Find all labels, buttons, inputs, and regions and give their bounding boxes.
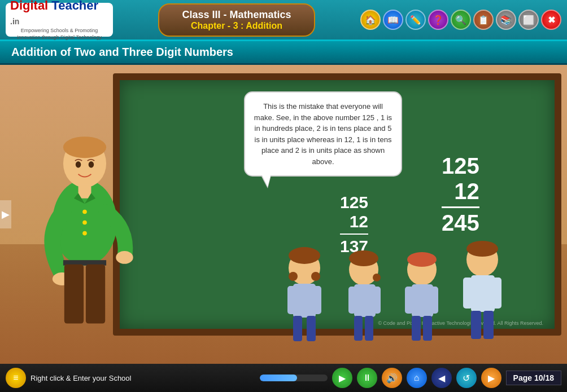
svg-point-15 xyxy=(82,231,87,236)
svg-rect-32 xyxy=(365,316,373,341)
svg-rect-30 xyxy=(373,287,381,314)
page-total: 18 xyxy=(545,373,554,382)
svg-rect-21 xyxy=(287,286,296,314)
title-area: Class III - Mathematics Chapter - 3 : Ad… xyxy=(113,3,360,37)
teacher-svg xyxy=(28,104,141,330)
prev-button[interactable]: ◀ xyxy=(431,368,452,388)
notes-icon-button[interactable]: 📋 xyxy=(473,10,494,30)
students-area xyxy=(169,234,511,347)
audio-button[interactable]: 🔊 xyxy=(382,368,402,388)
svg-point-2 xyxy=(63,136,106,158)
menu-button[interactable]: ≡ xyxy=(6,368,26,388)
speech-bubble: This is the mistake that everyone will m… xyxy=(244,91,402,177)
student-4 xyxy=(454,234,511,347)
svg-point-13 xyxy=(82,210,87,214)
home2-button[interactable]: ⌂ xyxy=(407,368,427,388)
svg-point-14 xyxy=(82,221,87,225)
logo-subtitle: Empowering Schools & Promoting Innovatio… xyxy=(17,28,102,41)
student-3 xyxy=(395,243,448,347)
svg-rect-24 xyxy=(307,316,316,341)
svg-point-19 xyxy=(311,272,320,281)
svg-rect-43 xyxy=(463,278,473,309)
title-main: Class III - Mathematics Chapter - 3 : Ad… xyxy=(158,3,315,37)
page-indicator: Page 10/18 xyxy=(506,371,561,385)
logo-digital: Digital xyxy=(10,0,48,12)
svg-point-4 xyxy=(89,161,94,168)
page-label: Page xyxy=(513,373,532,382)
book-icon-button[interactable]: 📖 xyxy=(383,10,403,30)
window-icon-button[interactable]: ⬜ xyxy=(518,10,539,30)
logo-dot-in: .in xyxy=(10,17,19,26)
svg-rect-29 xyxy=(348,287,356,314)
svg-point-17 xyxy=(289,247,320,264)
svg-rect-31 xyxy=(354,316,363,341)
math-wrong-num2: 12 xyxy=(340,212,368,231)
svg-point-18 xyxy=(289,272,298,281)
edit-icon-button[interactable]: ✏️ xyxy=(405,10,426,30)
svg-rect-46 xyxy=(483,311,494,339)
header: Digital Teacher .in Empowering Schools &… xyxy=(0,0,567,39)
math-right-num1: 125 xyxy=(442,153,479,179)
logo-title: Digital Teacher .in xyxy=(10,0,108,28)
svg-rect-20 xyxy=(293,284,316,318)
svg-rect-44 xyxy=(492,278,501,309)
svg-rect-45 xyxy=(471,311,481,339)
svg-rect-22 xyxy=(313,286,321,314)
student-2 xyxy=(338,243,389,347)
svg-point-9 xyxy=(116,251,133,264)
svg-point-34 xyxy=(407,252,437,267)
svg-rect-12 xyxy=(86,265,105,324)
play-button[interactable]: ▶ xyxy=(332,368,352,388)
progress-bar-container xyxy=(260,375,328,381)
svg-rect-39 xyxy=(423,316,432,341)
status-text: Right click & Enter your School xyxy=(30,374,255,382)
svg-rect-42 xyxy=(471,275,495,312)
progress-bar-fill xyxy=(260,375,297,381)
svg-rect-28 xyxy=(354,284,376,317)
svg-rect-36 xyxy=(405,287,413,314)
next-button[interactable]: ▶ xyxy=(481,368,501,388)
speech-bubble-text: This is the mistake that everyone will m… xyxy=(254,102,392,166)
page-current: 10 xyxy=(534,373,543,382)
library-icon-button[interactable]: 📚 xyxy=(496,10,516,30)
section-title-text: Addition of Two and Three Digit Numbers xyxy=(11,46,233,58)
home-icon-button[interactable]: 🏠 xyxy=(360,10,381,30)
help-icon-button[interactable]: ❓ xyxy=(428,10,448,30)
logo-teacher: Teacher xyxy=(51,0,98,12)
math-wrong-num1: 125 xyxy=(340,193,368,212)
teacher-figure xyxy=(28,104,141,341)
replay-button[interactable]: ↺ xyxy=(456,368,477,388)
pause-button[interactable]: ⏸ xyxy=(357,368,377,388)
student-1 xyxy=(276,240,333,347)
search-icon-button[interactable]: 🔍 xyxy=(451,10,471,30)
svg-rect-11 xyxy=(64,265,84,324)
math-right: 125 12 245 xyxy=(442,153,479,236)
title-line1: Class III - Mathematics xyxy=(182,9,291,21)
close-icon-button[interactable]: ✖ xyxy=(541,10,561,30)
logo-area: Digital Teacher .in Empowering Schools &… xyxy=(6,3,113,37)
main-content: ▶ This is the mistake that everyone will… xyxy=(0,65,567,364)
math-right-num2: 12 xyxy=(442,179,479,204)
svg-point-27 xyxy=(373,274,381,281)
svg-rect-23 xyxy=(293,316,302,341)
toolbar: 🏠 📖 ✏️ ❓ 🔍 📋 📚 ⬜ ✖ xyxy=(360,10,561,30)
svg-point-26 xyxy=(349,250,378,266)
side-nav-left[interactable]: ▶ xyxy=(0,200,11,228)
svg-point-3 xyxy=(76,161,81,168)
title-line2: Chapter - 3 : Addition xyxy=(182,21,291,31)
svg-point-41 xyxy=(466,241,498,257)
svg-rect-38 xyxy=(412,316,421,341)
svg-rect-37 xyxy=(430,287,438,314)
math-right-result: 245 xyxy=(442,206,479,236)
section-title-bar: Addition of Two and Three Digit Numbers xyxy=(0,39,567,65)
bottom-bar: ≡ Right click & Enter your School ▶ ⏸ 🔊 … xyxy=(0,364,567,392)
